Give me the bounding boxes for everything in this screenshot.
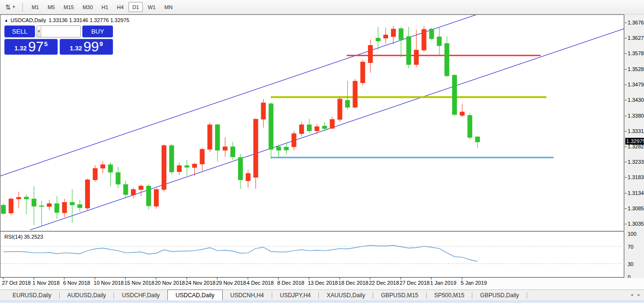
date-axis-label: 24 Nov 2018 (186, 280, 215, 286)
date-axis-label: 20 Nov 2018 (155, 280, 185, 286)
swap-arrows-icon: ⇅ (5, 3, 11, 11)
collapse-panel-icon[interactable]: ▲ (4, 18, 8, 23)
timeframe-button-m1[interactable]: M1 (28, 2, 43, 12)
date-axis-tick (3, 278, 3, 279)
chart-ohlc-header: ▲ USDCAD,Daily 1.33136 1.33146 1.32776 1… (4, 17, 129, 23)
price-axis-label: 1.34790 (628, 82, 644, 87)
tab-separator (527, 292, 527, 299)
rsi-axis-label: 30 (628, 261, 633, 267)
chart-arrange-button[interactable]: ⇅ ▼ (3, 2, 18, 12)
price-axis-label: 1.30850 (628, 206, 644, 211)
date-axis-tick (34, 278, 34, 279)
date-axis-label: 1 Nov 2018 (33, 280, 60, 286)
rsi-name: RSI(14) (4, 234, 23, 240)
price-axis-label: 1.36760 (628, 20, 644, 25)
tab-scroll-right-icon[interactable]: ▸ (638, 292, 640, 297)
date-axis-tick (95, 278, 95, 279)
volume-input[interactable] (41, 26, 81, 37)
timeframe-button-m30[interactable]: M30 (79, 2, 97, 12)
volume-decrease-button[interactable]: ▼ (37, 26, 41, 37)
timeframe-button-m5[interactable]: M5 (44, 2, 59, 12)
date-axis-label: 13 Dec 2018 (308, 280, 338, 286)
buy-price-quote[interactable]: 1.32 99 9 (60, 39, 113, 55)
price-axis-tick (625, 53, 627, 54)
status-strip (0, 301, 644, 303)
date-axis-tick (401, 278, 401, 279)
price-axis-label: 1.31830 (628, 174, 644, 180)
price-axis[interactable]: 1.367601.362701.357801.352801.347901.343… (625, 14, 644, 278)
date-axis-label: 18 Dec 2018 (339, 280, 368, 286)
ohlc-high: 1.33146 (69, 17, 88, 23)
date-axis-tick (217, 278, 217, 279)
date-axis-label: 15 Nov 2018 (124, 280, 154, 286)
date-axis-tick (187, 278, 187, 279)
timeframe-button-mn[interactable]: MN (161, 2, 177, 12)
indicator-splitter[interactable] (0, 231, 624, 232)
rsi-value: 35.2523 (24, 234, 43, 240)
symbol-tab-usdcad[interactable]: USDCAD,Daily (167, 290, 223, 301)
price-axis-tick (625, 116, 627, 116)
buy-price-main: 99 (83, 40, 99, 53)
date-axis-label: 29 Nov 2018 (216, 280, 246, 286)
sell-button[interactable]: SELL (4, 25, 35, 37)
chart-panel[interactable]: ▲ USDCAD,Daily 1.33136 1.33146 1.32776 1… (0, 14, 624, 278)
date-axis-tick (125, 278, 126, 279)
date-axis-label: 5 Jan 2019 (461, 280, 487, 286)
price-axis-tick (625, 146, 627, 147)
timeframe-button-h4[interactable]: H4 (113, 2, 127, 12)
sell-price-quote[interactable]: 1.32 97 5 (4, 39, 58, 55)
price-axis-label: 1.32330 (628, 159, 644, 165)
price-axis-label: 1.35780 (628, 50, 644, 56)
symbol-tabbar: EURUSD,DailyAUDUSD,DailyUSDCHF,DailyUSDC… (0, 290, 644, 301)
symbol-tab-sp500[interactable]: SP500,M15 (427, 290, 472, 301)
symbol-tab-usdchf[interactable]: USDCHF,Daily (114, 290, 167, 301)
price-axis-label: 1.36270 (628, 35, 644, 41)
price-axis-label: 1.34300 (628, 97, 644, 103)
price-axis-tick (625, 85, 627, 85)
date-axis-tick (309, 278, 309, 279)
ohlc-low: 1.32776 (89, 17, 109, 23)
date-axis-tick (370, 278, 370, 279)
ohlc-close: 1.32975 (110, 17, 129, 23)
mt4-window: ⇅ ▼ M1M5M15M30H1H4D1W1MN ▲ USDCAD,Daily … (0, 0, 644, 303)
rsi-axis-label: 70 (628, 244, 633, 250)
symbol-tab-eurusd[interactable]: EURUSD,Daily (5, 290, 59, 301)
date-axis-label: 27 Oct 2018 (2, 280, 31, 286)
date-axis-tick (278, 278, 278, 279)
sell-price-main: 97 (28, 40, 43, 53)
symbol-tab-usdcnh[interactable]: USDCNH,H4 (223, 290, 272, 301)
date-axis-label: 27 Dec 2018 (400, 280, 429, 286)
symbol-tab-xauusd[interactable]: XAUUSD,Daily (319, 290, 373, 301)
current-price-tag: 1.32975 (625, 138, 644, 145)
price-axis-tick (625, 208, 627, 209)
timeframe-button-h1[interactable]: H1 (98, 2, 112, 12)
date-axis-tick (248, 278, 248, 279)
one-click-trading-panel: SELL ▼ ▲ BUY 1.32 97 5 1.32 99 9 (4, 25, 113, 55)
rsi-line (3, 245, 478, 261)
date-axis-label: 8 Dec 2018 (277, 280, 304, 286)
toolbar-grip[interactable] (22, 3, 25, 12)
date-axis-label: 10 Nov 2018 (94, 280, 124, 286)
date-axis-label: 1 Jan 2019 (430, 280, 456, 286)
price-axis-tick (625, 224, 627, 224)
volume-stepper: ▼ ▲ (37, 25, 81, 37)
symbol-tab-gbpusd[interactable]: GBPUSD,M15 (373, 290, 426, 301)
price-axis-tick (625, 38, 627, 38)
timeframe-button-d1[interactable]: D1 (128, 2, 143, 12)
price-axis-tick (625, 177, 627, 178)
date-axis[interactable]: 27 Oct 20181 Nov 20186 Nov 201810 Nov 20… (0, 278, 644, 289)
symbol-tab-usdjpy[interactable]: USDJPY,H4 (272, 290, 318, 301)
buy-button[interactable]: BUY (82, 25, 113, 37)
price-axis-label: 1.30350 (628, 221, 644, 227)
rsi-indicator-label: RSI(14) 35.2523 (4, 234, 43, 240)
sell-price-pip: 5 (44, 40, 48, 48)
symbol-tab-gbpusd[interactable]: GBPUSD,Daily (472, 290, 527, 301)
tab-scroll-left-icon[interactable]: ◂ (631, 292, 633, 297)
date-axis-label: 6 Nov 2018 (63, 280, 90, 286)
date-axis-tick (340, 278, 340, 279)
timeframe-button-m15[interactable]: M15 (60, 2, 77, 12)
symbol-tab-audusd[interactable]: AUDUSD,Daily (60, 290, 114, 301)
date-axis-tick (64, 278, 64, 279)
price-axis-tick (625, 69, 627, 70)
timeframe-button-w1[interactable]: W1 (144, 2, 160, 12)
